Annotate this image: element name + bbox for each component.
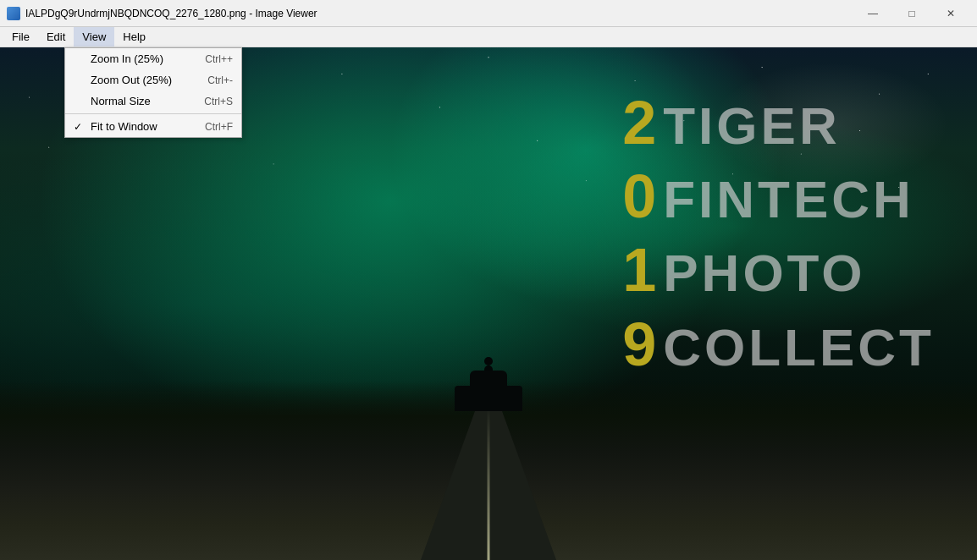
road-line <box>488 408 490 560</box>
menu-normal-size[interactable]: Normal Size Ctrl+S <box>65 91 241 112</box>
menu-bar: File Edit View Help Zoom In (25%) Ctrl++… <box>0 27 977 47</box>
minimize-button[interactable]: — <box>853 0 892 27</box>
car-body <box>455 386 522 411</box>
overlay-row-3: 1 PHOTO <box>605 237 935 304</box>
menu-help[interactable]: Help <box>114 27 154 47</box>
menu-zoom-out[interactable]: Zoom Out (25%) Ctrl+- <box>65 69 241 91</box>
overlay-word-4: COLLECT <box>663 319 935 376</box>
maximize-button[interactable]: □ <box>892 0 931 27</box>
overlay-num-3: 1 <box>605 237 656 304</box>
overlay-num-2: 0 <box>605 163 656 230</box>
menu-edit[interactable]: Edit <box>38 27 74 47</box>
overlay-text: 2 TIGER 0 FINTECH 1 PHOTO 9 COLLECT <box>605 90 935 385</box>
person-head <box>484 357 493 365</box>
title-bar: IALPDgQ9rUndrmjNBQDNCOQ_2276_1280.png - … <box>0 0 977 27</box>
overlay-word-3: PHOTO <box>663 244 865 302</box>
overlay-num-4: 9 <box>605 311 656 378</box>
menu-separator <box>65 113 241 114</box>
car-top <box>470 371 507 386</box>
close-button[interactable]: ✕ <box>931 0 970 27</box>
window-title: IALPDgQ9rUndrmjNBQDNCOQ_2276_1280.png - … <box>25 8 853 19</box>
menu-file[interactable]: File <box>3 27 38 47</box>
menu-zoom-in[interactable]: Zoom In (25%) Ctrl++ <box>65 48 241 69</box>
overlay-row-4: 9 COLLECT <box>605 311 935 378</box>
menu-view[interactable]: View <box>74 27 114 47</box>
app-icon <box>7 7 20 20</box>
window-controls: — □ ✕ <box>853 0 970 27</box>
overlay-row-2: 0 FINTECH <box>605 163 935 230</box>
overlay-row-1: 2 TIGER <box>605 90 935 156</box>
silhouette <box>455 357 522 411</box>
view-dropdown: Zoom In (25%) Ctrl++ Zoom Out (25%) Ctrl… <box>64 47 242 138</box>
overlay-num-1: 2 <box>605 90 656 156</box>
overlay-word-2: FINTECH <box>663 171 914 228</box>
overlay-word-1: TIGER <box>663 97 840 155</box>
menu-fit-to-window[interactable]: Fit to Window Ctrl+F <box>65 116 241 137</box>
